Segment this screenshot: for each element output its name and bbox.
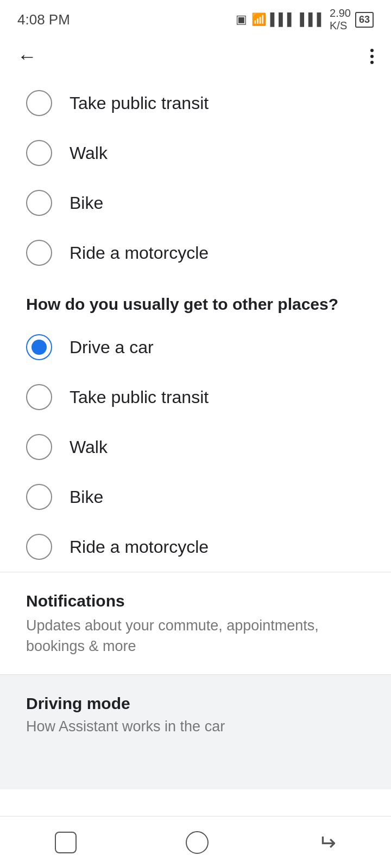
battery-icon: 63 <box>355 12 374 28</box>
option-q2-car[interactable]: Drive a car <box>0 322 391 372</box>
radio-q2-transit[interactable] <box>26 384 52 410</box>
status-time: 4:08 PM <box>17 11 70 28</box>
back-nav-icon: ↵ <box>318 830 336 855</box>
vibrate-icon: ▣ <box>236 12 247 27</box>
label-q2-walk: Walk <box>70 437 108 457</box>
radio-q1-motorcycle[interactable] <box>26 240 52 266</box>
dot3 <box>370 61 374 64</box>
label-q1-walk: Walk <box>70 143 108 163</box>
notifications-title: Notifications <box>26 592 365 610</box>
radio-q2-bike[interactable] <box>26 484 52 510</box>
nav-back-button[interactable]: ↵ <box>318 830 336 855</box>
label-q1-transit: Take public transit <box>70 93 209 113</box>
second-question-group: Drive a car Take public transit Walk Bik… <box>0 322 391 572</box>
driving-mode-section[interactable]: Driving mode How Assistant works in the … <box>0 675 391 789</box>
option-q2-transit[interactable]: Take public transit <box>0 372 391 422</box>
radio-q1-walk[interactable] <box>26 140 52 166</box>
question2-label: How do you usually get to other places? <box>0 278 391 322</box>
label-q2-car: Drive a car <box>70 337 154 358</box>
status-icons: ▣ 📶 ▌▌▌ ▌▌▌ 2.90K/S 63 <box>236 7 374 32</box>
status-bar: 4:08 PM ▣ 📶 ▌▌▌ ▌▌▌ 2.90K/S 63 <box>0 0 391 35</box>
radio-q2-walk[interactable] <box>26 434 52 460</box>
nav-home-button[interactable] <box>186 831 209 854</box>
option-q2-motorcycle[interactable]: Ride a motorcycle <box>0 522 391 572</box>
home-icon <box>186 831 209 854</box>
top-nav: ← <box>0 35 391 78</box>
wifi-icon: 📶 <box>251 12 266 27</box>
dot1 <box>370 49 374 52</box>
option-q2-walk[interactable]: Walk <box>0 422 391 472</box>
option-q1-walk[interactable]: Walk <box>0 128 391 178</box>
radio-inner-q2-car <box>31 340 47 355</box>
driving-mode-subtitle: How Assistant works in the car <box>26 718 365 735</box>
label-q2-transit: Take public transit <box>70 387 209 407</box>
driving-mode-title: Driving mode <box>26 694 365 713</box>
signal-icon2: ▌▌▌ <box>300 12 325 27</box>
nav-recents-button[interactable] <box>55 832 77 853</box>
label-q2-motorcycle: Ride a motorcycle <box>70 537 209 557</box>
option-q1-transit[interactable]: Take public transit <box>0 78 391 128</box>
radio-q1-bike[interactable] <box>26 190 52 216</box>
notifications-section[interactable]: Notifications Updates about your commute… <box>0 572 391 674</box>
speed-text: 2.90K/S <box>330 7 351 32</box>
radio-q2-car[interactable] <box>26 334 52 360</box>
back-button[interactable]: ← <box>17 45 37 68</box>
option-q1-bike[interactable]: Bike <box>0 178 391 228</box>
label-q2-bike: Bike <box>70 487 103 507</box>
signal-icon1: ▌▌▌ <box>270 12 296 27</box>
notifications-subtitle: Updates about your commute, appointments… <box>26 616 365 657</box>
option-q2-bike[interactable]: Bike <box>0 472 391 522</box>
label-q1-motorcycle: Ride a motorcycle <box>70 243 209 263</box>
option-q1-motorcycle[interactable]: Ride a motorcycle <box>0 228 391 278</box>
first-question-group: Take public transit Walk Bike Ride a mot… <box>0 78 391 278</box>
recents-icon <box>55 832 77 853</box>
bottom-nav: ↵ <box>0 816 391 868</box>
more-options-button[interactable] <box>370 49 374 64</box>
label-q1-bike: Bike <box>70 193 103 213</box>
radio-q1-transit[interactable] <box>26 90 52 116</box>
dot2 <box>370 55 374 58</box>
radio-q2-motorcycle[interactable] <box>26 534 52 560</box>
